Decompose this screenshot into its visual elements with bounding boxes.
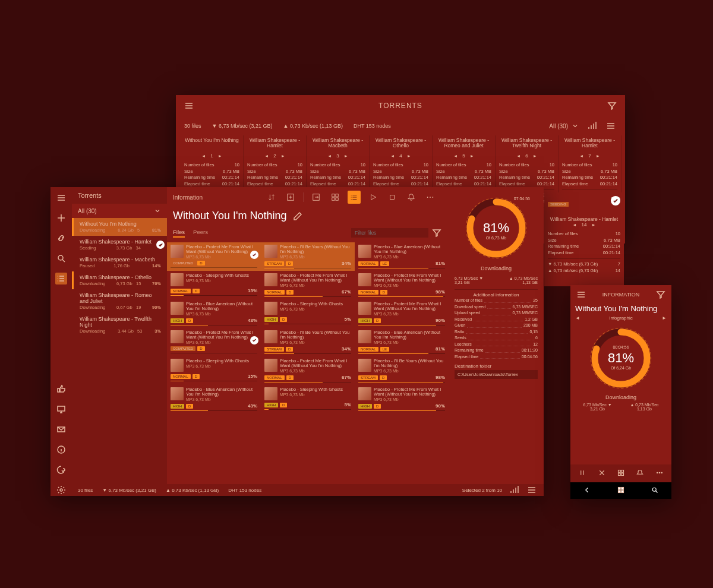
list-view-icon[interactable] bbox=[526, 484, 538, 496]
export-icon[interactable] bbox=[310, 191, 323, 204]
sb-selected: Selected 2 from 10 bbox=[462, 488, 502, 493]
listview-icon[interactable] bbox=[348, 191, 361, 204]
back-icon[interactable] bbox=[583, 485, 591, 496]
sidebar-item[interactable]: William Shakespeare - Othello Downloadin… bbox=[72, 271, 167, 289]
thumbup-icon[interactable] bbox=[55, 383, 67, 395]
link-icon[interactable] bbox=[55, 232, 67, 244]
bell-icon[interactable] bbox=[405, 191, 418, 204]
edit-icon[interactable] bbox=[292, 210, 304, 222]
list-icon[interactable] bbox=[55, 273, 67, 284]
hamburger-icon[interactable] bbox=[575, 289, 587, 301]
tabs: Files Peers bbox=[167, 229, 214, 241]
tab-peers[interactable]: Peers bbox=[193, 229, 208, 238]
svg-rect-24 bbox=[621, 473, 624, 476]
svg-point-14 bbox=[433, 197, 434, 198]
palette-icon[interactable] bbox=[55, 464, 67, 476]
file-tile[interactable]: Placebo - Blue American (Without You I'm… bbox=[355, 242, 449, 271]
file-tile[interactable]: Placebo - Protect Me From What I Want (W… bbox=[167, 242, 261, 271]
file-tile[interactable]: Placebo - Protect Me From What I Want (W… bbox=[355, 299, 449, 328]
sb-files: 30 files bbox=[78, 488, 93, 493]
filter-icon[interactable] bbox=[655, 289, 667, 301]
more-icon[interactable] bbox=[424, 191, 437, 204]
windows-icon[interactable] bbox=[617, 485, 624, 496]
signal-icon[interactable] bbox=[508, 484, 520, 496]
svg-rect-21 bbox=[618, 470, 620, 473]
info-icon[interactable] bbox=[55, 444, 67, 456]
statusbar: 30 files ▼ 6,73 Mb/sec (3,21 GB) ▲ 0,73 … bbox=[72, 484, 544, 496]
signal-icon[interactable] bbox=[586, 120, 598, 132]
file-tile[interactable]: Placebo - Protect Me From What I Want (W… bbox=[167, 328, 261, 356]
grid-icon[interactable] bbox=[329, 191, 342, 204]
mob-name: Without You I'm Nothing bbox=[570, 304, 671, 313]
sidebar-item[interactable]: William Shakespeare - Hamlet Seeding3,73… bbox=[72, 236, 167, 254]
mob-sub: Infographic bbox=[609, 315, 633, 321]
sidebar-item[interactable]: William Shakespeare - Macbeth Paused1,76… bbox=[72, 254, 167, 271]
peek-card: 90% SEEDING William Shakespeare - Hamlet… bbox=[544, 192, 624, 286]
svg-rect-22 bbox=[621, 470, 624, 473]
filter-input[interactable] bbox=[351, 228, 428, 238]
grid-icon[interactable] bbox=[617, 468, 624, 479]
sort-icon[interactable] bbox=[265, 191, 278, 204]
tab-files[interactable]: Files bbox=[173, 229, 185, 238]
peek-pager[interactable]: ◄14► bbox=[548, 222, 620, 227]
chev-left-icon[interactable]: ◄ bbox=[575, 315, 580, 321]
add-icon[interactable] bbox=[55, 212, 67, 224]
sidebar-item[interactable]: Without You I'm Nothing Downloading6,24 … bbox=[72, 218, 167, 236]
pause-icon[interactable] bbox=[579, 468, 586, 479]
file-tile[interactable]: Placebo - Blue American (Without You I'm… bbox=[167, 385, 261, 413]
sidebar-filter[interactable]: All (30) bbox=[72, 204, 167, 218]
list-view-icon[interactable] bbox=[605, 120, 617, 132]
file-tile[interactable]: Placebo - Protect Me From What I Want (W… bbox=[261, 356, 355, 385]
file-tile[interactable]: Placebo - Sleeping With GhostsMP3 6,73 M… bbox=[167, 271, 261, 299]
svg-rect-9 bbox=[332, 198, 335, 200]
info-row: Remaining time00:11:20 bbox=[455, 347, 538, 354]
main-window: Torrents All (30) Without You I'm Nothin… bbox=[51, 187, 544, 496]
sidebar: Torrents All (30) Without You I'm Nothin… bbox=[72, 187, 167, 496]
hamburger-icon[interactable] bbox=[55, 192, 67, 204]
info-row: Given200 MB bbox=[455, 323, 538, 329]
file-tile[interactable]: Placebo - Sleeping With GhostsMP3 6,73 M… bbox=[261, 299, 355, 328]
mail-icon[interactable] bbox=[55, 423, 67, 435]
up-speed: ▲ 0,73 Kb/sec (1,13 GB) bbox=[283, 123, 342, 129]
check-icon bbox=[611, 196, 620, 206]
info-label: Information bbox=[173, 194, 203, 201]
svg-point-27 bbox=[661, 472, 662, 473]
svg-rect-28 bbox=[618, 488, 620, 490]
addbox-icon[interactable] bbox=[284, 191, 297, 204]
ring-of: Of 6,73 Mb bbox=[463, 236, 529, 240]
gear-icon[interactable] bbox=[55, 484, 67, 496]
file-tile[interactable]: Placebo - Blue American (Without You I'm… bbox=[167, 299, 261, 328]
sidebar-item[interactable]: William Shakespeare - Twelfth Night Down… bbox=[72, 313, 167, 337]
chev-right-icon[interactable]: ► bbox=[662, 315, 667, 321]
svg-rect-1 bbox=[58, 406, 65, 411]
filter-icon[interactable] bbox=[431, 227, 443, 239]
filter-icon[interactable] bbox=[606, 100, 618, 112]
file-tile[interactable]: Placebo - I'll Be Yours (Without You I'm… bbox=[355, 356, 449, 385]
file-tile[interactable]: Placebo - Protect Me From What I Want (W… bbox=[355, 271, 449, 299]
file-tile[interactable]: Placebo - I'll Be Yours (Without You I'm… bbox=[261, 242, 355, 271]
play-icon[interactable] bbox=[367, 191, 380, 204]
sidebar-item[interactable]: William Shakespeare - Romeo and Juliet D… bbox=[72, 289, 167, 313]
monitor-icon[interactable] bbox=[55, 403, 67, 415]
more-icon[interactable] bbox=[656, 468, 663, 479]
file-tile[interactable]: Placebo - Blue American (Without You I'm… bbox=[355, 328, 449, 356]
ring-pct: 81% bbox=[463, 195, 529, 261]
filter-all-dropdown[interactable]: All (30) bbox=[549, 122, 579, 129]
search-icon[interactable] bbox=[651, 485, 658, 496]
torrent-title: Without You I'm Nothing bbox=[167, 207, 449, 227]
file-tile[interactable]: Placebo - Sleeping With GhostsMP3 6,73 M… bbox=[261, 385, 355, 413]
bell-icon[interactable] bbox=[636, 468, 643, 479]
file-tile[interactable]: Placebo - Protect Me From What I Want (W… bbox=[261, 271, 355, 299]
file-tile[interactable]: Placebo - I'll Be Yours (Without You I'm… bbox=[261, 328, 355, 356]
close-icon[interactable] bbox=[598, 468, 605, 479]
hamburger-icon[interactable] bbox=[183, 100, 195, 112]
search-icon[interactable] bbox=[55, 252, 67, 264]
stop-icon[interactable] bbox=[386, 191, 399, 204]
seeding-badge: SEEDING bbox=[548, 202, 569, 207]
info-row: Number of files25 bbox=[455, 298, 538, 304]
file-tile[interactable]: Placebo - Sleeping With GhostsMP3 6,73 M… bbox=[167, 356, 261, 385]
mob-ring: 00:04:56 81% Of 6,24 Gb bbox=[588, 325, 654, 391]
svg-point-26 bbox=[659, 472, 660, 473]
file-tile[interactable]: Placebo - Protect Me From What I Want (W… bbox=[355, 385, 449, 413]
dest-path[interactable]: C:\User\Jon\Downloads\Torrex bbox=[455, 370, 538, 379]
